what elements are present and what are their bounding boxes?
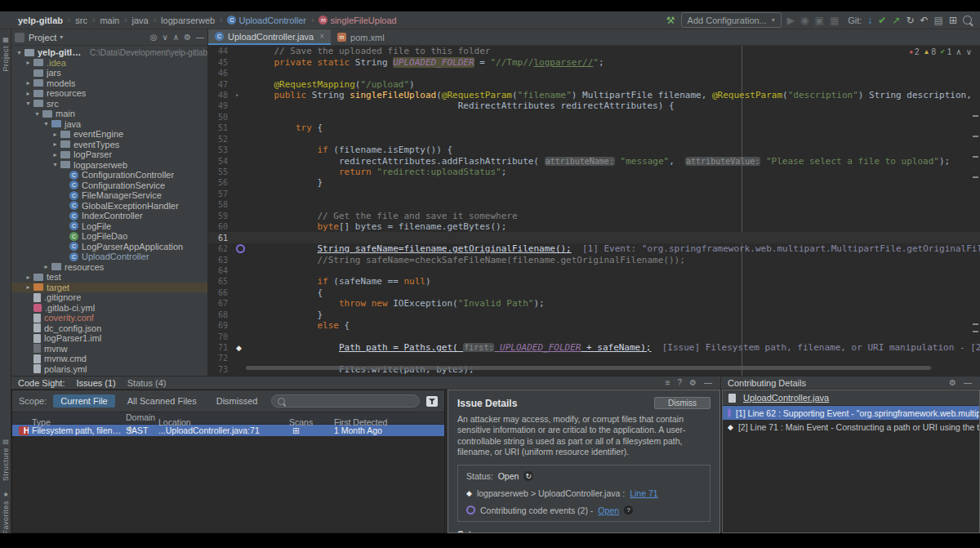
tree-item[interactable]: CUploadController (11, 252, 207, 262)
breadcrumb-item[interactable]: src (72, 16, 91, 25)
tree-item[interactable]: CConfigurationController (11, 170, 207, 180)
tree-item[interactable]: mvnw.cmd (11, 354, 207, 364)
tree-item[interactable]: .gitignore (11, 292, 207, 303)
rollback-icon[interactable]: ↶ (920, 16, 929, 25)
tree-toggle-icon[interactable]: ▸ (51, 131, 60, 138)
settings-icon[interactable]: ⚙ (949, 378, 956, 387)
code-line[interactable]: 67 throw new IOException("Invalid Path")… (208, 298, 980, 309)
code-line[interactable]: 70 (208, 331, 980, 341)
help-icon[interactable]: ? (677, 378, 682, 387)
code-line[interactable]: 68 } (208, 310, 980, 320)
hide-icon[interactable]: — (196, 33, 204, 42)
tree-toggle-icon[interactable]: ▾ (33, 110, 42, 118)
tool-structure[interactable]: ▤Structure (0, 438, 11, 481)
contributing-event-row[interactable]: [1] Line 62 : Supporting Event - "org.sp… (723, 406, 979, 420)
supporting-event-gutter-icon[interactable] (236, 244, 245, 253)
tree-item[interactable]: ▸eventTypes (11, 140, 207, 150)
code-line[interactable]: 71◆ Path path = Paths.get( first: UPLOAD… (208, 342, 980, 353)
tree-item[interactable]: CIndexController (11, 211, 207, 221)
code-line[interactable]: 48▪ public String singleFileUpload(@Requ… (208, 90, 980, 100)
chevron-down-icon[interactable]: ▾ (60, 33, 149, 41)
tree-toggle-icon[interactable]: ▸ (24, 283, 33, 291)
tree-item[interactable]: ▸models (11, 78, 207, 89)
tree-toggle-icon[interactable]: ▸ (24, 274, 33, 281)
list-icon[interactable]: ≡ (666, 378, 670, 387)
code-line[interactable]: 54 redirectAttributes.addFlashAttribute(… (208, 155, 980, 166)
project-panel-title[interactable]: Project (29, 33, 56, 42)
code-line[interactable]: 49 RedirectAttributes redirectAttributes… (208, 100, 980, 111)
code-line[interactable]: 59 // Get the file and save it somewhere (208, 211, 980, 221)
editor-tab[interactable]: mpom.xml (331, 29, 391, 45)
tree-item[interactable]: ▾main (11, 109, 207, 119)
code-line[interactable]: 63 //String safeName=checkSafeFileName(f… (208, 254, 980, 265)
settings-icon[interactable]: ⚙ (184, 33, 191, 42)
hide-icon[interactable]: — (964, 378, 972, 387)
code-line[interactable]: 50 (208, 112, 980, 123)
tree-item[interactable]: ▸resources (11, 262, 207, 273)
tree-item[interactable]: polaris.yml (11, 364, 207, 375)
code-line[interactable]: 47 @RequestMapping("/upload") (208, 78, 980, 89)
tree-toggle-icon[interactable]: ▾ (24, 100, 33, 107)
git-update-icon[interactable]: ↓ (867, 16, 872, 25)
code-line[interactable]: 53 if (filename.isEmpty()) { (208, 145, 980, 155)
history-icon[interactable]: ↻ (906, 16, 914, 25)
code-line[interactable]: 62 String safeName=filename.getOriginalF… (208, 243, 980, 254)
tree-toggle-icon[interactable]: ▸ (24, 59, 33, 66)
next-issue-icon[interactable]: ∨ (966, 47, 972, 56)
code-editor[interactable]: ●2▲8✔1∧∨ 44 // Save the uploaded file to… (208, 46, 980, 376)
tree-item[interactable]: coverity.conf (11, 313, 207, 323)
breadcrumb-item[interactable]: java (129, 16, 152, 25)
breadcrumb-item[interactable]: main (96, 16, 122, 25)
code-line[interactable]: 45 private static String UPLOADED_FOLDER… (208, 56, 980, 67)
help-icon[interactable]: ? (624, 506, 633, 515)
shelve-icon[interactable]: ▤ (934, 16, 943, 25)
editor-tab[interactable]: CUploadController.java× (208, 29, 331, 45)
tree-item[interactable]: CLogParserAppApplication (11, 242, 207, 252)
code-line[interactable]: 65 if (safeName == null) (208, 276, 980, 287)
breadcrumb-item[interactable]: logparserweb (158, 16, 218, 25)
horizontal-scrollbar[interactable] (246, 366, 931, 370)
tool-favorites[interactable]: ★Favorites (0, 491, 11, 535)
request-mapping-gutter-icon[interactable]: ▪ (236, 91, 238, 99)
tree-item[interactable]: ▸target (11, 283, 207, 293)
code-line[interactable]: 56 } (208, 177, 980, 188)
tree-toggle-icon[interactable]: ▸ (24, 79, 33, 87)
breadcrumb-item[interactable]: msingleFileUpload (315, 16, 399, 25)
tree-toggle-icon[interactable]: ▸ (42, 263, 51, 270)
prev-issue-icon[interactable]: ∧ (956, 47, 961, 56)
debug-icon[interactable]: ◉ (800, 16, 808, 25)
issues-search-input[interactable] (271, 394, 420, 408)
code-line[interactable]: 64 (208, 265, 980, 276)
tree-item[interactable]: ▸test (11, 272, 207, 283)
diff-icon[interactable]: ⊞ (949, 16, 957, 25)
tree-item[interactable]: CLogFileDao (11, 231, 207, 242)
code-line[interactable]: 69 else { (208, 320, 980, 331)
tree-item[interactable]: ▾logparserweb (11, 160, 207, 171)
tree-item[interactable]: CLogFile (11, 221, 207, 232)
code-line[interactable]: 55 return "redirect:uploadStatus"; (208, 167, 980, 177)
hide-icon[interactable]: — (704, 378, 712, 387)
git-commit-icon[interactable]: ✔ (878, 16, 886, 25)
expand-all-icon[interactable]: ∨ (162, 33, 167, 42)
open-events-link[interactable]: Open (598, 506, 619, 515)
tree-toggle-icon[interactable]: ▾ (42, 120, 51, 127)
tree-item[interactable]: ▾yelp-gitlab [logParser1]C:\Data\Develop… (11, 47, 207, 58)
code-line[interactable]: 58 (208, 199, 980, 210)
run-icon[interactable]: ▶ (787, 16, 795, 25)
tree-toggle-icon[interactable]: ▸ (51, 140, 60, 148)
tree-item[interactable]: jars (11, 68, 207, 78)
tree-item[interactable]: dc_config.json (11, 323, 207, 334)
close-icon[interactable]: × (319, 32, 324, 41)
code-line[interactable]: 60 byte[] bytes = filename.getBytes(); (208, 221, 980, 232)
tree-item[interactable]: ▸.idea (11, 58, 207, 69)
tree-toggle-icon[interactable]: ▸ (24, 90, 33, 97)
search-everywhere-icon[interactable] (963, 16, 972, 25)
code-line[interactable]: 61 (208, 232, 980, 243)
tree-item[interactable]: .gitlab-ci.yml (11, 303, 207, 314)
tree-item[interactable]: ▸logParser (11, 149, 207, 160)
tree-item[interactable]: CGlobalExceptionHandler (11, 201, 207, 212)
scope-button[interactable]: Current File (53, 394, 114, 408)
tool-project[interactable]: ▦Project (0, 36, 11, 72)
codesight-tab[interactable]: Status (4) (127, 378, 167, 388)
tree-item[interactable]: CConfigurationService (11, 180, 207, 191)
